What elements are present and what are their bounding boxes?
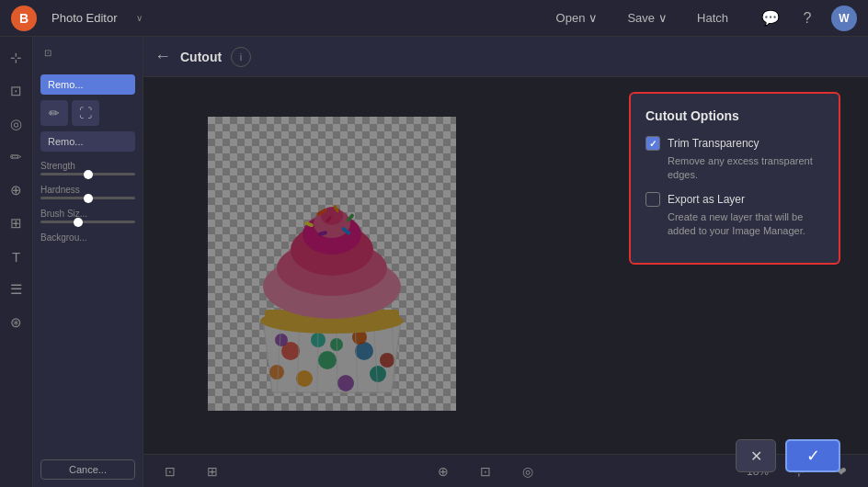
help-icon-btn[interactable]: ? xyxy=(794,6,820,31)
remove-bg-tab[interactable]: Remo... xyxy=(40,74,135,95)
batch-button[interactable]: Hatch xyxy=(690,7,736,28)
trim-transparency-desc: Remove any excess transparent edges. xyxy=(668,154,824,183)
cancel-button[interactable]: Cance... xyxy=(40,459,135,480)
options-title: Cutout Options xyxy=(645,108,824,123)
remove-brush-tab[interactable]: Remo... xyxy=(40,131,135,152)
top-bar-icons: 💬 ? W xyxy=(758,6,857,31)
export-as-layer-check-row: Export as Layer xyxy=(645,192,824,207)
brush-size-slider[interactable] xyxy=(40,221,135,223)
background-row: Backgrou... xyxy=(40,229,135,243)
cutout-header: ← Cutout i xyxy=(143,37,868,77)
left-icon-bar: ⊹ ⊡ ◎ ✏ ⊕ ⊞ T ☰ ⊛ xyxy=(0,37,33,487)
export-as-layer-option: Export as Layer Create a new layer that … xyxy=(645,192,824,239)
brush-size-label: Brush Siz... xyxy=(40,209,135,219)
chat-icon-btn[interactable]: 💬 xyxy=(758,6,783,31)
app-logo[interactable]: B xyxy=(11,6,37,31)
tool-icon-3[interactable]: ◎ xyxy=(3,110,30,138)
strength-slider-row: Strength xyxy=(40,157,135,176)
bottom-icon-4[interactable]: ⊡ xyxy=(474,459,497,483)
canvas-area: ← Cutout i xyxy=(143,37,868,487)
bottom-icon-2[interactable]: ⊞ xyxy=(200,459,224,483)
tool-icon-9[interactable]: ⊛ xyxy=(3,309,30,336)
back-button[interactable]: ← xyxy=(154,47,171,66)
polygon-tool-btn[interactable]: ⛶ xyxy=(72,100,99,126)
dialog-buttons: ✕ ✓ xyxy=(736,439,840,472)
dialog-cancel-button[interactable]: ✕ xyxy=(736,439,776,472)
tool-icon-1[interactable]: ⊹ xyxy=(3,44,30,72)
trim-transparency-label: Trim Transparency xyxy=(668,137,760,150)
tool-icon-4[interactable]: ✏ xyxy=(3,143,30,171)
trim-transparency-check-row: ✓ Trim Transparency xyxy=(645,136,824,151)
export-as-layer-desc: Create a new layer that will be added to… xyxy=(668,210,824,239)
tool-icon-6[interactable]: ⊞ xyxy=(3,210,30,237)
background-label: Backgrou... xyxy=(40,232,135,243)
brush-size-slider-row: Brush Siz... xyxy=(40,205,135,223)
tool-icon-5[interactable]: ⊕ xyxy=(3,176,30,204)
side-panel: ⊡ Remo... ✏ ⛶ Remo... Strength Hardness … xyxy=(33,37,143,487)
source-tab-label: ⊡ xyxy=(44,48,131,58)
open-button[interactable]: Open ∨ xyxy=(549,7,606,28)
hardness-slider-row: Hardness xyxy=(40,181,135,199)
hardness-slider[interactable] xyxy=(40,197,135,199)
tool-icon-8[interactable]: ☰ xyxy=(3,276,30,303)
bottom-icon-1[interactable]: ⊡ xyxy=(158,459,182,483)
tool-icon-7[interactable]: T xyxy=(3,243,30,270)
trim-transparency-checkbox[interactable]: ✓ xyxy=(645,136,660,151)
user-avatar[interactable]: W xyxy=(831,6,857,31)
app-name: Photo Editor xyxy=(51,11,118,25)
strength-slider[interactable] xyxy=(40,173,135,176)
bottom-icon-5[interactable]: ◎ xyxy=(516,459,540,483)
app-name-chevron: ∨ xyxy=(136,13,143,23)
trim-transparency-option: ✓ Trim Transparency Remove any excess tr… xyxy=(645,136,824,183)
top-bar: B Photo Editor ∨ Open ∨ Save ∨ Hatch 💬 ?… xyxy=(0,0,868,37)
export-as-layer-checkbox[interactable] xyxy=(645,192,660,207)
export-as-layer-label: Export as Layer xyxy=(668,193,745,206)
brush-tool-btn[interactable]: ✏ xyxy=(40,100,68,126)
dialog-ok-button[interactable]: ✓ xyxy=(785,439,840,472)
cutout-title: Cutout xyxy=(180,50,222,64)
save-button[interactable]: Save ∨ xyxy=(620,7,675,28)
tool-buttons-row: ✏ ⛶ xyxy=(40,100,135,126)
bottom-icon-3[interactable]: ⊕ xyxy=(431,459,455,483)
tool-icon-2[interactable]: ⊡ xyxy=(3,77,30,105)
info-button[interactable]: i xyxy=(231,47,251,67)
cutout-options-panel: Cutout Options ✓ Trim Transparency Remov… xyxy=(629,92,840,265)
main-layout: ⊹ ⊡ ◎ ✏ ⊕ ⊞ T ☰ ⊛ ⊡ Remo... ✏ ⛶ Remo... … xyxy=(0,37,868,487)
